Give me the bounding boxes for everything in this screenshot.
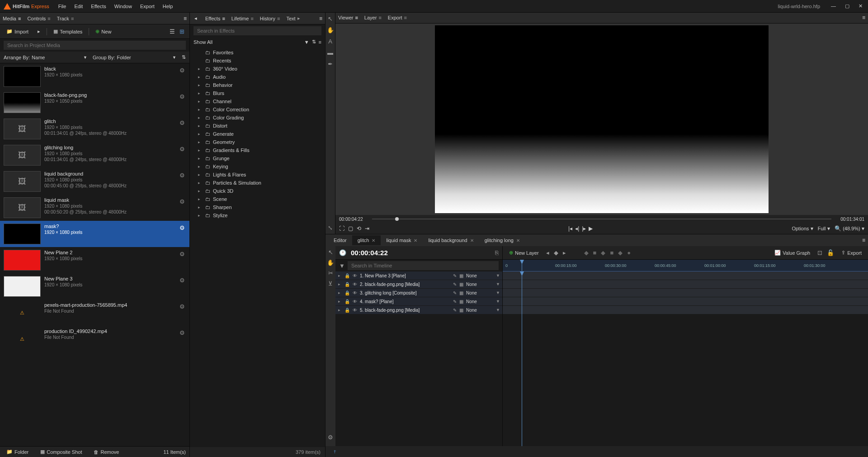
tab-history[interactable]: History ≡ xyxy=(260,16,280,21)
blend-mode[interactable]: None xyxy=(466,290,493,295)
gear-icon[interactable]: ⚙ xyxy=(179,198,185,205)
inpoint-icon[interactable]: ⇥ xyxy=(365,225,369,232)
effects-search-input[interactable] xyxy=(193,26,321,35)
timeline-tab[interactable]: liquid background✕ xyxy=(423,235,479,245)
close-icon[interactable]: ✕ xyxy=(414,238,417,243)
gear-icon[interactable]: ⚙ xyxy=(179,303,185,310)
key-circle-icon[interactable]: ● xyxy=(627,249,631,256)
expand-icon[interactable]: ▸ xyxy=(338,308,342,312)
timeline-tab[interactable]: Editor xyxy=(328,235,352,245)
goto-start-icon[interactable]: |◂ xyxy=(568,225,572,232)
edit-icon[interactable]: ✎ xyxy=(453,290,457,295)
effects-showall[interactable]: Show All▼ ⇅ ≡ xyxy=(190,37,325,47)
menu-effects[interactable]: Effects xyxy=(91,4,106,9)
gear-icon[interactable]: ⚙ xyxy=(179,224,185,231)
blend-mode[interactable]: None xyxy=(466,299,493,304)
media-item[interactable]: 🖼liquid mask1920 × 1080 pixels00:00:50:2… xyxy=(0,195,189,221)
timeline-search-input[interactable] xyxy=(348,261,499,270)
resize-icon[interactable]: ⤡ xyxy=(328,224,333,231)
curr-key-icon[interactable]: ◆ xyxy=(554,249,558,256)
tab-lifetime[interactable]: Lifetime ≡ xyxy=(231,16,254,21)
layer-row[interactable]: ▸🔒👁1. New Plane 3 [Plane]✎▦None▼ xyxy=(335,271,502,280)
key-square-icon[interactable]: ■ xyxy=(593,249,597,256)
effects-category[interactable]: ▸🗀Audio xyxy=(190,73,325,81)
timeline-tab[interactable]: liquid mask✕ xyxy=(381,235,423,245)
checker-icon[interactable]: ▦ xyxy=(459,282,463,287)
hand-tool-icon[interactable]: ✋ xyxy=(327,259,334,266)
tab-text[interactable]: Text ▸ xyxy=(286,15,300,21)
visibility-icon[interactable]: 👁 xyxy=(353,299,357,304)
remove-button[interactable]: 🗑 Remove xyxy=(91,447,122,457)
menu-file[interactable]: File xyxy=(58,4,66,9)
loop-icon[interactable]: ⟲ xyxy=(357,225,361,232)
import-button[interactable]: 📁 Import xyxy=(4,27,31,36)
expand-icon[interactable]: ▸ xyxy=(338,282,342,286)
visibility-icon[interactable]: 👁 xyxy=(353,282,357,287)
menu-help[interactable]: Help xyxy=(163,4,173,9)
tab-export[interactable]: Export ≡ xyxy=(388,15,407,20)
media-item[interactable]: 🖼liquid background1920 × 1080 pixels00:0… xyxy=(0,168,189,195)
effects-category[interactable]: ▸🗀Scene xyxy=(190,195,325,203)
playhead[interactable] xyxy=(522,260,522,271)
menu-export[interactable]: Export xyxy=(140,4,155,9)
fullscreen-icon[interactable]: ⛶ xyxy=(339,225,344,232)
effects-category[interactable]: ▸🗀Generate xyxy=(190,130,325,138)
effects-category[interactable]: ▸🗀Quick 3D xyxy=(190,187,325,195)
sort-icon[interactable]: ⇅ xyxy=(182,54,186,60)
viewer-scrubber[interactable] xyxy=(372,219,831,219)
step-back-icon[interactable]: ◂| xyxy=(575,225,579,232)
track-row[interactable] xyxy=(503,289,868,297)
effects-category[interactable]: ▸🗀Distort xyxy=(190,122,325,130)
gear-icon[interactable]: ⚙ xyxy=(179,172,185,179)
gear-icon[interactable]: ⚙ xyxy=(179,93,185,100)
track-menu-icon[interactable]: ⎘ xyxy=(495,249,499,256)
sort-icon[interactable]: ⇅ xyxy=(312,39,316,45)
visibility-icon[interactable]: 👁 xyxy=(353,308,357,313)
expand-icon[interactable]: ▸ xyxy=(338,290,342,295)
hand-tool-icon[interactable]: ✋ xyxy=(327,27,334,33)
select-tool-icon[interactable]: ↖ xyxy=(328,15,333,22)
minimize-button[interactable]: — xyxy=(829,2,838,10)
tab-layer[interactable]: Layer ≡ xyxy=(364,15,382,20)
viewer-canvas[interactable] xyxy=(335,24,868,215)
timeline-ruler[interactable]: 000:00:15:0000:00:30:0000:00:45:0000:01:… xyxy=(503,260,868,271)
templates-button[interactable]: ▦ Templates xyxy=(51,27,85,36)
timeline-menu-icon[interactable]: ≡ xyxy=(862,237,865,243)
export-button[interactable]: ⇪ Export xyxy=(839,248,864,257)
effects-category[interactable]: ▸🗀Channel xyxy=(190,97,325,105)
import-dropdown[interactable]: ▸ xyxy=(35,27,43,36)
close-icon[interactable]: ✕ xyxy=(372,238,375,243)
effects-category[interactable]: ▸🗀Lights & Flares xyxy=(190,171,325,179)
effects-category[interactable]: ▸🗀Behavior xyxy=(190,81,325,89)
lock-icon[interactable]: 🔒 xyxy=(344,282,350,287)
crop-icon[interactable]: ▢ xyxy=(348,225,353,232)
effects-category[interactable]: ▸🗀360° Video xyxy=(190,65,325,73)
blend-mode[interactable]: None xyxy=(466,273,493,278)
effects-category[interactable]: ▸🗀Geometry xyxy=(190,138,325,146)
effects-category[interactable]: ▸🗀Grunge xyxy=(190,154,325,162)
close-icon[interactable]: ✕ xyxy=(470,238,474,243)
chevron-down-icon[interactable]: ▼ xyxy=(496,282,500,286)
play-icon[interactable]: ▶ xyxy=(589,225,593,232)
effects-category[interactable]: ▸🗀Color Grading xyxy=(190,114,325,122)
blend-mode[interactable]: None xyxy=(466,282,493,287)
options-dropdown[interactable]: Options ▾ xyxy=(792,225,813,232)
lock-icon[interactable]: 🔒 xyxy=(344,308,350,313)
chevron-down-icon[interactable]: ▼ xyxy=(496,273,500,278)
media-item[interactable]: black-fade-png.png1920 × 1050 pixels⚙ xyxy=(0,90,189,116)
snap-tool-icon[interactable]: ⊻ xyxy=(328,280,333,287)
timeline-tab[interactable]: glitching long✕ xyxy=(479,235,525,245)
edit-icon[interactable]: ✎ xyxy=(453,299,457,304)
group-by-dropdown[interactable]: Group By: Folder▼ xyxy=(93,55,176,60)
tab-track[interactable]: Track ≡ xyxy=(57,16,74,21)
effects-category[interactable]: ▸🗀Stylize xyxy=(190,211,325,219)
prev-key-icon[interactable]: ◂ xyxy=(546,249,549,256)
chevron-down-icon[interactable]: ▼ xyxy=(496,290,500,295)
effects-category[interactable]: ▸🗀Sharpen xyxy=(190,203,325,211)
close-button[interactable]: ✕ xyxy=(857,2,864,10)
key-diamond-icon[interactable]: ◆ xyxy=(584,249,589,256)
prev-tab-icon[interactable]: ◂ xyxy=(193,14,199,22)
blend-mode[interactable]: None xyxy=(466,308,493,313)
media-item[interactable]: mask?1920 × 1080 pixels⚙ xyxy=(0,221,189,247)
gear-icon[interactable]: ⚙ xyxy=(179,146,185,152)
